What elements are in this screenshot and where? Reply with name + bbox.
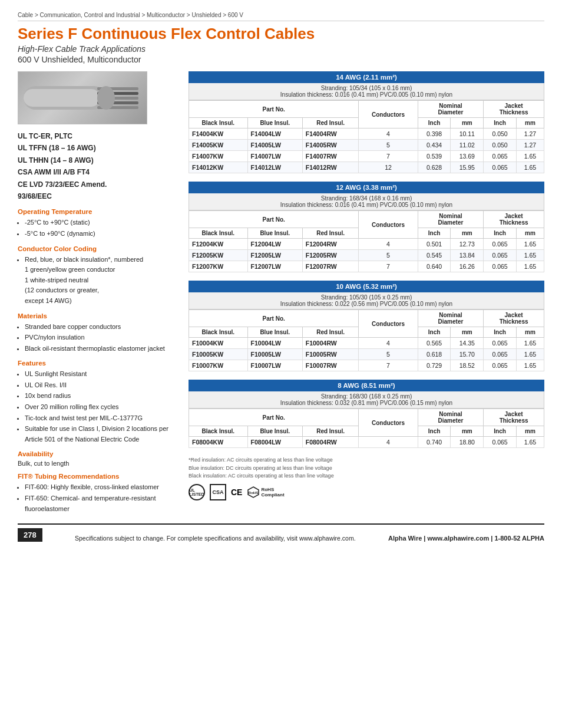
table-8awg: 8 AWG (8.51 mm²) Stranding: 168/30 (168 … [189,380,544,448]
col-part-no-12: Part No. [189,211,359,228]
table-row: F14007KWF14007LWF14007RW70.53913.690.065… [189,151,544,162]
table-12awg-data: Part No. Conductors NominalDiameter Jack… [189,210,544,272]
rohs-icon: RoHS [247,486,260,499]
right-panel: 14 AWG (2.11 mm²) Stranding: 105/34 (105… [189,71,544,518]
feature-4: Over 20 million rolling flex cycles [25,402,177,413]
col-jt-8: JacketThickness [484,409,544,426]
table-row: F12004KWF12004LWF12004RW40.50112.730.065… [189,239,544,250]
breadcrumb: Cable > Communication, Control and Indus… [18,12,544,21]
operating-temp-heading: Operating Temperature [18,208,177,215]
col-conductors: Conductors [359,101,418,129]
col-nominal-diameter: NominalDiameter [418,101,483,118]
svg-rect-1 [24,89,100,107]
col-conductors-10: Conductors [359,310,418,338]
table-row: F14005KWF14005LWF14005RW50.43411.020.050… [189,140,544,151]
rohs-text: RoHSCompliant [261,487,284,498]
availability-text: Bulk, cut to length [18,460,177,467]
col-nd-inch: Inch [418,118,451,129]
conductor-color-list: Red, blue, or black insulation*, numbere… [25,255,177,307]
footnote-1: *Red insulation: AC circuits operating a… [189,456,544,465]
col-jt-mm-8: mm [516,426,544,437]
table-row: F10004KWF10004LWF10004RW40.56514.350.065… [189,338,544,349]
col-nd-inch-8: Inch [418,426,451,437]
footer-section: 278 Specifications subject to change. Fo… [18,523,544,542]
cert-line-2: UL TFFN (18 – 16 AWG) [18,142,177,154]
table-row: F14004KWF14004LWF14004RW40.39810.110.050… [189,129,544,140]
table-14awg-header: 14 AWG (2.11 mm²) [189,71,544,83]
feature-2: UL Oil Res. I/II [25,380,177,391]
footer-company: Alpha Wire | www.alphawire.com | 1-800-5… [388,535,544,542]
conductor-color-heading: Conductor Color Coding [18,245,177,252]
col-jt-mm: mm [516,118,544,129]
materials-heading: Materials [18,312,177,319]
table-10awg-data: Part No. Conductors NominalDiameter Jack… [189,309,544,371]
col-nd-inch-10: Inch [418,327,451,338]
page-number: 278 [18,528,42,542]
col-jt-inch: Inch [484,118,517,129]
table-row: F08004KWF08004LWF08004RW40.74018.800.065… [189,437,544,448]
operating-temp-item-2: -5°C to +90°C (dynamic) [25,229,177,239]
table-14awg: 14 AWG (2.11 mm²) Stranding: 105/34 (105… [189,71,544,173]
cert-line-4: CSA AWM I/II A/B FT4 [18,166,177,178]
table-row: F12007KWF12007LWF12007RW70.64016.260.065… [189,261,544,272]
table-row: F10005KWF10005LWF10005RW50.61815.700.065… [189,349,544,360]
table-12awg-subheader: Stranding: 168/34 (168 x 0.16 mm) Insula… [189,193,544,210]
materials-list: Stranded bare copper conductors PVC/nylo… [25,322,177,354]
col-black-8: Black Insul. [189,426,248,437]
col-jt-inch-12: Inch [484,228,517,239]
subtitle-regular: 600 V Unshielded, Multiconductor [18,55,544,64]
certifications-block: UL TC-ER, PLTC UL TFFN (18 – 16 AWG) UL … [18,130,177,202]
col-conductors-12: Conductors [359,211,418,239]
table-14awg-subheader: Stranding: 105/34 (105 x 0.16 mm) Insula… [189,83,544,100]
col-jt-inch-10: Inch [484,327,517,338]
col-conductors-8: Conductors [359,409,418,437]
fit-item-2: FIT-650: Chemical- and temperature-resis… [25,493,177,514]
fit-item-1: FIT-600: Highly flexible, cross-linked e… [25,482,177,493]
col-red-10: Red Insul. [302,327,359,338]
fit-tubing-list: FIT-600: Highly flexible, cross-linked e… [25,482,177,514]
col-jt-inch-8: Inch [484,426,517,437]
svg-text:RoHS: RoHS [249,491,258,495]
availability-heading: Availability [18,450,177,457]
col-black-12: Black Insul. [189,228,248,239]
col-blue-8: Blue Insul. [247,426,302,437]
ce-logo: CE [231,487,242,497]
feature-6: Suitable for use in Class I, Division 2 … [25,424,177,444]
table-row: F14012KWF14012LWF14012RW120.62815.950.06… [189,162,544,173]
table-row: F10007KWF10007LWF10007RW70.72918.520.065… [189,360,544,371]
footnote-2: Blue insulation: DC circuits operating a… [189,465,544,473]
features-list: UL Sunlight Resistant UL Oil Res. I/II 1… [25,369,177,444]
col-red-8: Red Insul. [302,426,359,437]
col-jt-12: JacketThickness [484,211,544,228]
footer-disclaimer: Specifications subject to change. For co… [75,535,356,542]
operating-temp-list: -25°C to +90°C (static) -5°C to +90°C (d… [25,218,177,239]
col-blue-10: Blue Insul. [247,327,302,338]
table-8awg-data: Part No. Conductors NominalDiameter Jack… [189,409,544,448]
table-10awg: 10 AWG (5.32 mm²) Stranding: 105/30 (105… [189,281,544,371]
rohs-logo: RoHS RoHSCompliant [247,486,284,499]
materials-item-3: Black oil-resistant thermoplastic elasto… [25,344,177,354]
col-jt-mm-12: mm [516,228,544,239]
cert-logos: ULLISTED CSA CE RoHS RoHSCompliant [189,484,544,500]
col-nd-8: NominalDiameter [418,409,483,426]
col-part-no-8: Part No. [189,409,359,426]
col-blue-12: Blue Insul. [247,228,302,239]
col-red-12: Red Insul. [302,228,359,239]
cert-line-6: 93/68/EEC [18,190,177,202]
subtitle-italic: High-Flex Cable Track Applications [18,44,544,54]
feature-3: 10x bend radius [25,391,177,401]
table-10awg-header: 10 AWG (5.32 mm²) [189,281,544,292]
cert-line-3: UL THHN (14 – 8 AWG) [18,154,177,166]
col-black-insul: Black Insul. [189,118,248,129]
cert-line-1: UL TC-ER, PLTC [18,130,177,142]
col-nd-mm-10: mm [451,327,484,338]
footnote-3: Black insulation: AC circuits operating … [189,472,544,480]
col-nd-mm-12: mm [451,228,484,239]
table-12awg-header: 12 AWG (3.38 mm²) [189,182,544,193]
materials-item-2: PVC/nylon insulation [25,332,177,343]
col-part-no-10: Part No. [189,310,359,327]
col-nd-inch-12: Inch [418,228,451,239]
operating-temp-item-1: -25°C to +90°C (static) [25,218,177,228]
col-part-no: Part No. [189,101,359,118]
col-red-insul: Red Insul. [302,118,359,129]
